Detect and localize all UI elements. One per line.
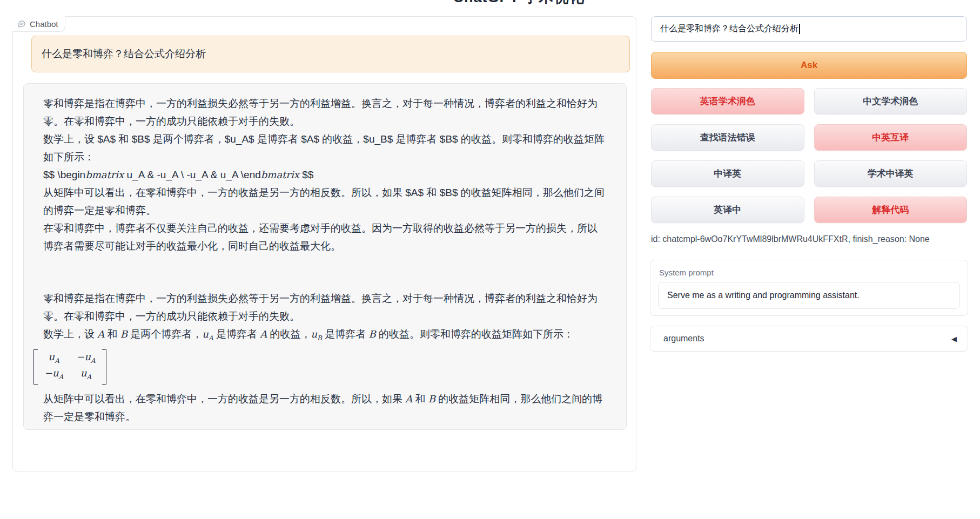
system-prompt-value: Serve me as a writing and programming as… <box>667 291 860 300</box>
chatbot-panel: Chatbot 什么是零和博弈？结合公式介绍分析 零和博弈是指在博弈中，一方的利… <box>12 16 636 471</box>
payoff-matrix: uA−uA−uAuA <box>43 347 607 390</box>
chatbot-panel-label-text: Chatbot <box>30 19 58 29</box>
quick-button[interactable]: 中文学术润色 <box>814 88 968 114</box>
quick-button[interactable]: 英语学术润色 <box>651 88 804 114</box>
bot-message-line: 数学上，设 A 和 B 是两个博弈者，uA 是博弈者 A 的收益，uB 是博弈者… <box>43 325 607 347</box>
chat-bubble-icon <box>18 20 26 28</box>
bot-message-line: $$ \beginbmatrix u_A & -u_A \ -u_A & u_A… <box>43 166 607 184</box>
app-page: ChatGPT 学术优化 Chatbot 什么是零和博弈？结合公式介绍分析 零和… <box>0 0 980 519</box>
arguments-accordion-label: arguments <box>663 334 704 343</box>
page-title: ChatGPT 学术优化 <box>378 0 659 7</box>
bot-message-line: 零和博弈是指在博弈中，一方的利益损失必然等于另一方的利益增益。换言之，对于每一种… <box>43 289 607 325</box>
quick-button[interactable]: 学术中译英 <box>814 160 968 187</box>
chatbot-panel-label: Chatbot <box>12 16 65 32</box>
text-cursor <box>799 24 800 34</box>
system-prompt-input[interactable]: Serve me as a writing and programming as… <box>658 282 960 309</box>
user-message-bubble: 什么是零和博弈？结合公式介绍分析 <box>31 36 630 72</box>
quick-action-grid: 英语学术润色中文学术润色查找语法错误中英互译中译英学术中译英英译中解释代码 <box>651 88 967 223</box>
bot-message-line: 零和博弈是指在博弈中，一方的利益损失必然等于另一方的利益增益。换言之，对于每一种… <box>43 95 607 130</box>
quick-button[interactable]: 中译英 <box>651 160 804 187</box>
collapse-triangle-icon: ◀ <box>951 335 957 343</box>
quick-button[interactable]: 解释代码 <box>814 197 968 223</box>
bot-message-line: 从矩阵中可以看出，在零和博弈中，一方的收益是另一方的相反数。所以，如果 $A$ … <box>43 184 607 219</box>
bot-message-line: 从矩阵中可以看出，在零和博弈中，一方的收益是另一方的相反数。所以，如果 A 和 … <box>43 390 607 426</box>
quick-button[interactable]: 英译中 <box>651 197 804 223</box>
quick-button[interactable]: 中英互译 <box>814 124 968 151</box>
user-message-text: 什么是零和博弈？结合公式介绍分析 <box>42 47 206 61</box>
system-prompt-group: System prompt Serve me as a writing and … <box>650 260 968 316</box>
question-input-value: 什么是零和博弈？结合公式介绍分析 <box>660 23 798 35</box>
quick-button[interactable]: 查找语法错误 <box>651 124 804 151</box>
arguments-accordion[interactable]: arguments ◀ <box>650 326 968 352</box>
bot-message-line: 数学上，设 $A$ 和 $B$ 是两个博弈者，$u_A$ 是博弈者 $A$ 的收… <box>43 130 607 166</box>
ask-button-label: Ask <box>801 60 817 71</box>
ask-button[interactable]: Ask <box>651 52 967 79</box>
bot-message-content: 零和博弈是指在博弈中，一方的利益损失必然等于另一方的利益增益。换言之，对于每一种… <box>43 95 607 430</box>
status-line: id: chatcmpl-6wOo7KrYTwMl89lbrMWRu4UkFFX… <box>651 234 930 244</box>
system-prompt-label: System prompt <box>659 268 960 277</box>
paragraph-gap <box>43 255 607 289</box>
bot-message-line: 在零和博弈中，博弈者不仅要关注自己的收益，还需要考虑对手的收益。因为一方取得的收… <box>43 426 607 430</box>
bot-message-line: 在零和博弈中，博弈者不仅要关注自己的收益，还需要考虑对手的收益。因为一方取得的收… <box>43 219 607 255</box>
bot-message-bubble: 零和博弈是指在博弈中，一方的利益损失必然等于另一方的利益增益。换言之，对于每一种… <box>23 83 627 430</box>
question-input[interactable]: 什么是零和博弈？结合公式介绍分析 <box>651 16 967 42</box>
